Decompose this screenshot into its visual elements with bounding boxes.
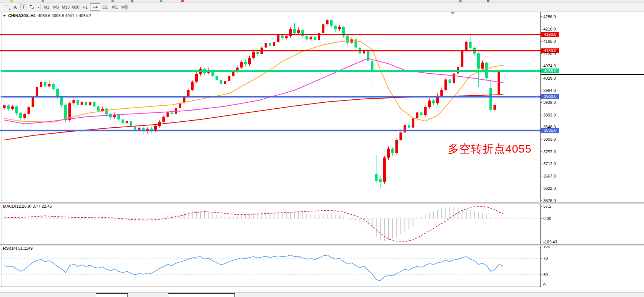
price-tick-label: 4256.0 bbox=[543, 15, 556, 19]
price-tick-label: 3939.0 bbox=[543, 100, 556, 105]
candle bbox=[48, 84, 51, 86]
line-drag-handle[interactable] bbox=[0, 95, 3, 98]
candle bbox=[444, 79, 447, 90]
candle bbox=[420, 112, 423, 115]
panel-splitter-macd[interactable] bbox=[0, 202, 644, 204]
candle bbox=[408, 125, 410, 128]
candle bbox=[273, 42, 275, 46]
candle bbox=[314, 37, 316, 40]
candle bbox=[285, 36, 288, 38]
candle bbox=[154, 126, 157, 130]
line-drag-handle[interactable] bbox=[537, 95, 539, 98]
candle bbox=[318, 33, 320, 40]
price-tick-label: 4120.0 bbox=[543, 51, 556, 56]
candle bbox=[97, 106, 100, 111]
candle bbox=[248, 58, 251, 64]
candle bbox=[81, 102, 83, 105]
candle bbox=[489, 88, 492, 110]
candle bbox=[383, 158, 386, 182]
last-price-axis-marker bbox=[541, 74, 644, 75]
macd-tick-label: 0.00 bbox=[543, 216, 551, 221]
line-drag-handle[interactable] bbox=[537, 70, 539, 72]
price-line-badge: 4055.0 bbox=[541, 68, 559, 73]
clipped-taskbar-button bbox=[168, 293, 235, 297]
candle bbox=[52, 84, 55, 89]
chart-canvas[interactable] bbox=[0, 0, 644, 297]
candle bbox=[89, 102, 91, 106]
collapse-triangle-icon[interactable] bbox=[3, 15, 6, 17]
time-axis[interactable] bbox=[0, 287, 644, 293]
candle bbox=[166, 112, 169, 117]
clipped-bottom-bar bbox=[0, 293, 644, 297]
candle bbox=[301, 30, 304, 36]
candle bbox=[27, 107, 30, 114]
candle bbox=[36, 87, 38, 98]
candle bbox=[326, 20, 329, 25]
chart-symbol-title: CHINA300-,H4 4059.6 4093.8 4041.4 4054.2 bbox=[3, 13, 91, 18]
candle bbox=[191, 82, 194, 90]
candle bbox=[93, 102, 96, 107]
candle bbox=[72, 100, 75, 103]
candle bbox=[7, 105, 10, 109]
candle bbox=[134, 127, 136, 130]
candle bbox=[60, 97, 63, 105]
price-line-badge: 4190.0 bbox=[541, 32, 559, 37]
candle bbox=[395, 140, 398, 153]
candle bbox=[269, 43, 271, 46]
candle bbox=[404, 125, 406, 132]
candle bbox=[171, 112, 173, 114]
candle bbox=[228, 76, 230, 81]
price-tick-label: 3848.0 bbox=[543, 125, 556, 129]
line-drag-handle[interactable] bbox=[269, 95, 271, 98]
candle bbox=[117, 115, 120, 119]
candle bbox=[77, 100, 79, 105]
candle bbox=[232, 72, 234, 76]
candle bbox=[346, 36, 349, 43]
ohlc-values: 4059.6 4093.8 4041.4 4054.2 bbox=[38, 13, 91, 18]
candle bbox=[412, 118, 414, 128]
candle bbox=[424, 107, 427, 115]
candle bbox=[240, 62, 243, 68]
candle bbox=[469, 42, 472, 48]
line-drag-handle[interactable] bbox=[269, 70, 271, 72]
candle bbox=[256, 52, 259, 54]
candle bbox=[440, 90, 443, 96]
price-tick-label: 4165.0 bbox=[543, 39, 556, 44]
price-tick-label: 3803.0 bbox=[543, 137, 556, 141]
candle bbox=[216, 76, 218, 80]
candle bbox=[334, 26, 337, 29]
candle bbox=[432, 100, 435, 103]
candle bbox=[416, 112, 418, 118]
candle bbox=[195, 74, 198, 82]
candle bbox=[293, 29, 296, 33]
rsi-line bbox=[4, 255, 503, 281]
candle bbox=[122, 119, 124, 123]
candle bbox=[379, 179, 382, 182]
candle bbox=[465, 42, 467, 51]
rsi-indicator-label: RSI(14) 51.1149 bbox=[3, 246, 33, 250]
candle bbox=[11, 106, 14, 109]
macd-signal-line bbox=[4, 206, 503, 242]
panel-splitter-rsi[interactable] bbox=[0, 244, 644, 246]
candle bbox=[477, 54, 480, 69]
candle bbox=[387, 149, 390, 158]
price-tick-label: 3984.0 bbox=[543, 88, 556, 93]
candle bbox=[15, 106, 18, 113]
candle bbox=[244, 62, 247, 64]
macd-indicator-label: MACD(12,26,9) 3.77 22.45 bbox=[3, 204, 52, 208]
line-drag-handle[interactable] bbox=[0, 70, 3, 72]
candle bbox=[138, 128, 140, 130]
trading-terminal-window: F A T ▾ M1M5M15M30H1H4D1W1MN 4190.04130.… bbox=[0, 0, 644, 297]
candle bbox=[130, 121, 132, 127]
macd-tick-label: 57.1 bbox=[543, 204, 551, 208]
candle bbox=[449, 79, 451, 83]
price-tick-label: 3893.0 bbox=[543, 113, 556, 117]
candle bbox=[265, 43, 267, 48]
candle bbox=[453, 73, 455, 83]
price-tick-label: 4210.0 bbox=[543, 27, 556, 31]
candle bbox=[252, 52, 255, 58]
chart-text-annotation[interactable]: 多空转折点4055 bbox=[448, 141, 532, 157]
candle bbox=[109, 114, 112, 117]
candle bbox=[375, 174, 378, 181]
price-tick-label: 3757.0 bbox=[543, 150, 556, 154]
